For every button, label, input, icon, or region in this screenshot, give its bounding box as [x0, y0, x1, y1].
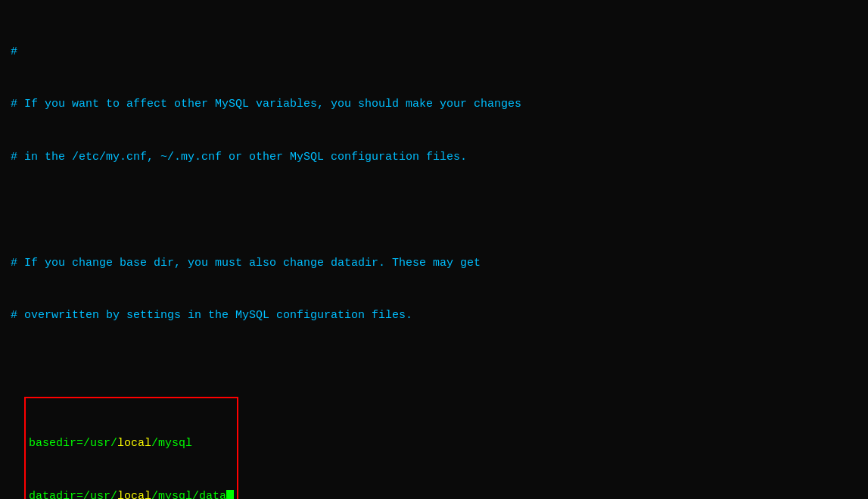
line-hash-top: #	[11, 43, 857, 61]
line-empty1	[11, 201, 857, 219]
code-editor: # # If you want to affect other MySQL va…	[11, 8, 857, 499]
line-in-the: # in the /etc/my.cnf, ~/.my.cnf or other…	[11, 148, 857, 166]
line-datadir: datadir=/usr/local/mysql/data	[29, 488, 234, 499]
line-if-you-want: # If you want to affect other MySQL vari…	[11, 95, 857, 113]
line-if-you-change: # If you change base dir, you must also …	[11, 254, 857, 272]
text-cursor	[226, 490, 234, 499]
line-overwritten: # overwritten by settings in the MySQL c…	[11, 307, 857, 324]
line-basedir: basedir=/usr/local/mysql	[29, 435, 234, 452]
line-empty2	[11, 360, 857, 377]
highlighted-section: basedir=/usr/local/mysql datadir=/usr/lo…	[24, 397, 238, 500]
